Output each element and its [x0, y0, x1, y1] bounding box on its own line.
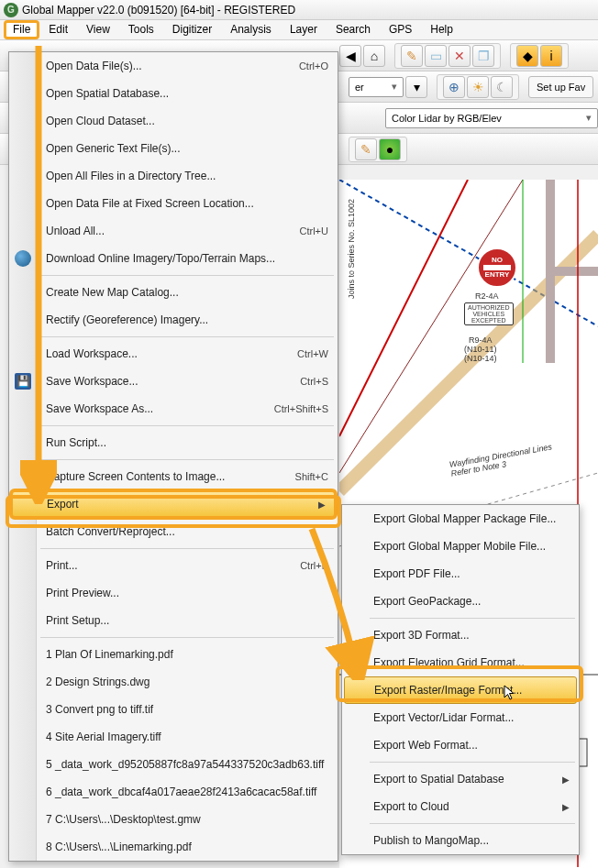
- menu-tools[interactable]: Tools: [119, 20, 163, 39]
- file-menu-item[interactable]: Print...Ctrl+P: [9, 552, 338, 579]
- menu-item-label: Publish to MangoMap...: [373, 834, 489, 847]
- menu-separator: [370, 618, 575, 619]
- file-menu-item[interactable]: 3 Convert png to tiff.tif: [9, 696, 338, 723]
- menu-shortcut: Ctrl+S: [300, 376, 328, 387]
- nav-home-button[interactable]: ⌂: [363, 45, 385, 67]
- circle-green-icon[interactable]: ●: [379, 138, 401, 160]
- file-menu-item[interactable]: Capture Screen Contents to Image...Shift…: [9, 463, 338, 490]
- menu-shortcut: Ctrl+P: [300, 560, 328, 571]
- file-menu-item[interactable]: Rectify (Georeference) Imagery...: [9, 306, 338, 334]
- file-menu-item[interactable]: Open Cloud Dataset...: [9, 107, 338, 135]
- copy-icon[interactable]: ❐: [472, 45, 494, 67]
- menu-edit[interactable]: Edit: [39, 20, 77, 39]
- app-icon: G: [4, 3, 18, 17]
- export-menu-item[interactable]: Export to Spatial Database▶: [342, 765, 579, 793]
- menu-item-label: Export to Spatial Database: [373, 773, 504, 786]
- export-menu-item[interactable]: Export to Cloud▶: [342, 793, 579, 820]
- select-rect-icon[interactable]: ▭: [425, 45, 447, 67]
- menu-separator: [40, 459, 334, 460]
- globe-grid-icon[interactable]: ⊕: [443, 76, 465, 98]
- nav-back-button[interactable]: ◀: [339, 45, 361, 67]
- menu-item-label: Open All Files in a Directory Tree...: [46, 170, 216, 182]
- menu-item-label: Download Online Imagery/Topo/Terrain Map…: [46, 252, 275, 265]
- menu-gps[interactable]: GPS: [380, 20, 421, 39]
- file-menu-item[interactable]: Open Data File(s)...Ctrl+O: [9, 52, 338, 80]
- sun-icon[interactable]: ☀: [467, 76, 489, 98]
- pencil-icon[interactable]: ✎: [401, 45, 423, 67]
- file-menu-item[interactable]: Print Preview...: [9, 579, 338, 607]
- export-menu-item[interactable]: Export GeoPackage...: [342, 588, 579, 615]
- file-menu-item[interactable]: 💾Save Workspace...Ctrl+S: [9, 368, 338, 395]
- style-select[interactable]: er▾: [349, 77, 404, 97]
- file-menu-item[interactable]: Open Data File at Fixed Screen Location.…: [9, 190, 338, 217]
- export-menu-item[interactable]: Export Vector/Lidar Format...: [342, 704, 579, 731]
- menu-file[interactable]: File: [4, 20, 39, 39]
- file-menu-item[interactable]: Create New Map Catalog...: [9, 279, 338, 306]
- menu-item-label: Export Global Mapper Mobile File...: [373, 540, 546, 553]
- file-menu-item[interactable]: 8 C:\Users\...\Linemarking.pdf: [9, 833, 338, 861]
- menu-item-label: Batch Convert/Reproject...: [46, 525, 175, 538]
- menu-shortcut: Shift+C: [295, 471, 328, 482]
- extra-button[interactable]: ▾: [405, 76, 427, 98]
- file-menu-item[interactable]: Load Workspace...Ctrl+W: [9, 340, 338, 368]
- export-menu-item[interactable]: Export Web Format...: [342, 731, 579, 759]
- menu-layer[interactable]: Layer: [281, 20, 327, 39]
- menu-item-label: Save Workspace As...: [46, 402, 153, 415]
- menu-item-label: Print Setup...: [46, 614, 109, 627]
- export-menu-item[interactable]: Publish to MangoMap...: [342, 827, 579, 854]
- file-menu-item[interactable]: 1 Plan Of Linemarking.pdf: [9, 641, 338, 668]
- info-icon[interactable]: i: [540, 45, 562, 67]
- file-menu-item[interactable]: Print Setup...: [9, 607, 338, 634]
- sign-r9-label: R9-4A (N10-11) (N10-14): [464, 335, 497, 363]
- lidar-color-select[interactable]: Color Lidar by RGB/Elev ▾: [385, 108, 598, 128]
- book-icon[interactable]: ◆: [516, 45, 538, 67]
- export-menu-item[interactable]: Export Raster/Image Format...: [344, 676, 577, 704]
- menu-item-label: 5 _data_work_d95205887fc8a97a544337520c3…: [46, 758, 324, 771]
- menu-item-label: Unload All...: [46, 225, 105, 237]
- file-menu-item[interactable]: Open All Files in a Directory Tree...: [9, 162, 338, 190]
- setup-favorites-button[interactable]: Set up Fav: [528, 76, 593, 98]
- menu-analysis[interactable]: Analysis: [221, 20, 281, 39]
- menu-search[interactable]: Search: [327, 20, 380, 39]
- file-menu-item[interactable]: Export▶: [11, 490, 336, 518]
- file-menu-item[interactable]: Open Generic Text File(s)...: [9, 135, 338, 162]
- file-menu-item[interactable]: 5 _data_work_d95205887fc8a97a544337520c3…: [9, 751, 338, 778]
- menu-separator: [40, 425, 334, 426]
- file-menu-item[interactable]: Save Workspace As...Ctrl+Shift+S: [9, 395, 338, 423]
- export-submenu: Export Global Mapper Package File...Expo…: [341, 504, 580, 855]
- menu-item-label: Capture Screen Contents to Image...: [46, 470, 225, 483]
- menu-separator: [40, 336, 334, 337]
- export-menu-item[interactable]: Export PDF File...: [342, 560, 579, 588]
- file-menu-item[interactable]: 2 Design Strings.dwg: [9, 668, 338, 696]
- menu-separator: [40, 275, 334, 276]
- menu-item-label: 1 Plan Of Linemarking.pdf: [46, 648, 173, 661]
- menu-separator: [40, 637, 334, 638]
- menu-item-label: Rectify (Georeference) Imagery...: [46, 313, 208, 326]
- moon-icon[interactable]: ☾: [491, 76, 513, 98]
- export-menu-item[interactable]: Export Global Mapper Package File...: [342, 505, 579, 533]
- file-menu-item[interactable]: Download Online Imagery/Topo/Terrain Map…: [9, 245, 338, 272]
- file-menu-item[interactable]: 6 _data_work_dbcaf4a017aeae28f2413a6caca…: [9, 778, 338, 806]
- file-menu-item[interactable]: Batch Convert/Reproject...: [9, 518, 338, 545]
- menu-separator: [370, 823, 575, 824]
- export-menu-item[interactable]: Export Global Mapper Mobile File...: [342, 533, 579, 560]
- delete-x-icon[interactable]: ✕: [448, 45, 471, 67]
- svg-line-1: [339, 180, 468, 436]
- export-menu-item[interactable]: Export Elevation Grid Format...: [342, 649, 579, 676]
- file-menu-item[interactable]: Run Script...: [9, 429, 338, 456]
- submenu-arrow-icon: ▶: [318, 500, 326, 510]
- export-menu-item[interactable]: Export 3D Format...: [342, 621, 579, 649]
- submenu-arrow-icon: ▶: [562, 775, 570, 785]
- phone-icon[interactable]: ✎: [355, 138, 377, 160]
- globe-icon: [15, 250, 31, 267]
- file-menu-item[interactable]: 7 C:\Users\...\Desktop\test.gmw: [9, 806, 338, 833]
- menu-item-label: 6 _data_work_dbcaf4a017aeae28f2413a6caca…: [46, 786, 316, 798]
- menu-view[interactable]: View: [77, 20, 119, 39]
- menu-digitizer[interactable]: Digitizer: [163, 20, 221, 39]
- menu-help[interactable]: Help: [421, 20, 462, 39]
- file-menu-item[interactable]: Unload All...Ctrl+U: [9, 217, 338, 245]
- series-label: Joins to Series No. SL1002: [347, 180, 356, 299]
- file-menu-item[interactable]: 4 Site Aerial Imagery.tiff: [9, 723, 338, 751]
- chevron-down-icon: ▾: [392, 81, 397, 93]
- file-menu-item[interactable]: Open Spatial Database...: [9, 80, 338, 107]
